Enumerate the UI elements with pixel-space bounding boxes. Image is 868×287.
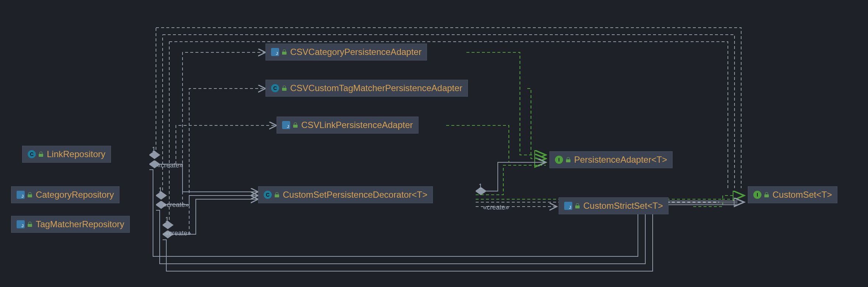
generic-type: <T> [412, 190, 427, 200]
java-icon [17, 191, 25, 199]
lock-icon [282, 86, 287, 91]
lock-icon [28, 222, 32, 227]
lock-icon [282, 49, 287, 55]
node-persistence-adapter[interactable]: I PersistenceAdapter<T> [549, 151, 673, 168]
multiplicity-label: 1 [165, 216, 169, 224]
java-icon [271, 48, 279, 56]
interface-icon: I [753, 191, 761, 199]
node-label: CustomSetPersistenceDecorator [283, 190, 412, 200]
lock-icon [764, 192, 769, 197]
node-tagmatcher-repository[interactable]: TagMatcherRepository [11, 216, 130, 233]
node-csv-category-adapter[interactable]: CSVCategoryPersistenceAdapter [265, 44, 427, 60]
create-label: «create» [483, 204, 509, 211]
node-custom-strict-set[interactable]: CustomStrictSet<T> [559, 197, 669, 214]
generic-type: <T> [816, 190, 832, 200]
node-label: CustomStrictSet [583, 201, 647, 211]
java-icon [564, 202, 572, 210]
java-icon [282, 121, 290, 129]
lock-icon [566, 157, 570, 162]
multiplicity-label: 1 [159, 186, 162, 194]
lock-icon [275, 192, 279, 197]
node-label: LinkRepository [47, 149, 105, 159]
node-label: CSVCustomTagMatcherPersistenceAdapter [290, 83, 462, 93]
node-custom-set[interactable]: I CustomSet<T> [748, 186, 837, 203]
node-label: PersistenceAdapter [574, 155, 651, 165]
node-csv-link-adapter[interactable]: CSVLinkPersistenceAdapter [277, 117, 419, 134]
node-label: TagMatcherRepository [36, 219, 124, 229]
node-label: CategoryRepository [36, 190, 114, 200]
node-label: CustomSet [772, 190, 816, 200]
create-label: «create» [157, 162, 183, 169]
lock-icon [575, 203, 580, 208]
lock-icon [293, 122, 298, 128]
class-icon: C [271, 84, 279, 92]
node-link-repository[interactable]: C LinkRepository [22, 146, 111, 163]
create-label: «create» [165, 229, 191, 237]
multiplicity-label: 1 [152, 146, 156, 153]
lock-icon [39, 152, 43, 157]
multiplicity-label: 1 [479, 183, 482, 190]
class-icon: C [28, 150, 36, 158]
node-custom-set-persistence-decorator[interactable]: C CustomSetPersistenceDecorator<T> [258, 186, 433, 203]
node-label: CSVLinkPersistenceAdapter [301, 120, 413, 130]
node-category-repository[interactable]: CategoryRepository [11, 186, 119, 203]
node-csv-custom-tagmatcher-adapter[interactable]: C CSVCustomTagMatcherPersistenceAdapter [265, 80, 468, 97]
java-icon [17, 220, 25, 228]
generic-type: <T> [647, 201, 663, 211]
generic-type: <T> [651, 155, 667, 165]
create-label: «create» [163, 201, 189, 209]
interface-icon: I [555, 156, 563, 164]
diagram-edges [0, 0, 868, 287]
lock-icon [28, 192, 32, 197]
node-label: CSVCategoryPersistenceAdapter [290, 47, 421, 57]
class-icon: C [264, 191, 272, 199]
